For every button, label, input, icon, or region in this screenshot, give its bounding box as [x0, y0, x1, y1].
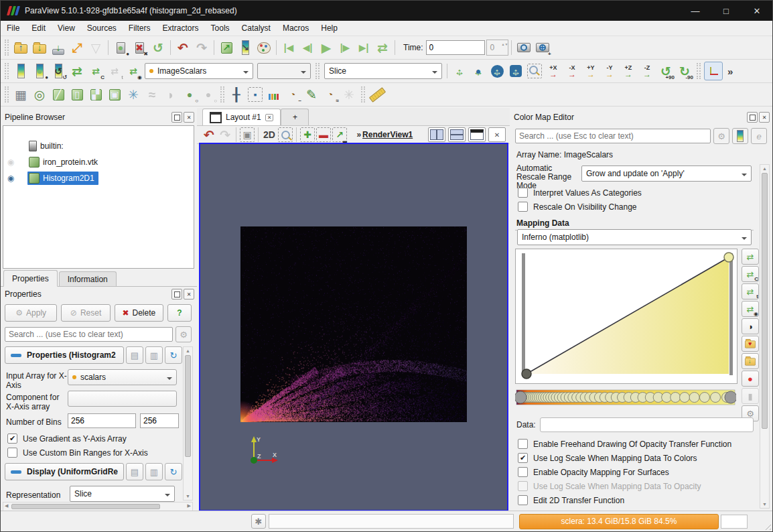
input-array-select[interactable]: scalars: [68, 369, 177, 385]
histogram-filter-button[interactable]: [265, 86, 283, 103]
colormap-vertical-scrollbar[interactable]: ▲ ▼: [760, 164, 770, 509]
properties-close-button[interactable]: ✕: [184, 289, 194, 300]
delete-button[interactable]: ✖Delete: [115, 304, 163, 322]
view-minus-z-button[interactable]: -Z→: [638, 62, 656, 80]
data-value-input[interactable]: [540, 417, 754, 432]
connect-server-button[interactable]: ●●: [112, 39, 129, 56]
bins-x-input[interactable]: [68, 413, 136, 428]
funnel-filter-icon-button[interactable]: ▽: [87, 39, 104, 56]
edit-color-map-button[interactable]: ●●: [31, 62, 48, 80]
menu-view[interactable]: View: [52, 21, 81, 35]
disconnect-server-button[interactable]: ✖✖: [131, 39, 148, 56]
import-preset-button[interactable]: ↓: [742, 353, 759, 369]
loop-button[interactable]: ⇄: [374, 39, 391, 56]
link-camera-button[interactable]: ↗: [218, 39, 235, 56]
warp-filter-button[interactable]: ◗: [162, 86, 180, 103]
rescale-to-temporal-range-button[interactable]: ⇄t: [106, 62, 123, 80]
tf-rescale-to-temporal-range-button[interactable]: ⇄t: [742, 283, 759, 300]
add-layout-tab-button[interactable]: +: [281, 109, 309, 125]
cmap-check-top-checkbox-0[interactable]: [518, 188, 528, 198]
eye-closed-icon[interactable]: ◉: [3, 157, 18, 167]
tf-rescale-to-custom-range-button[interactable]: ⇄C: [742, 266, 759, 282]
cmap-check-bottom-checkbox-2[interactable]: [518, 467, 528, 477]
properties-vertical-scrollbar[interactable]: ▲ ▼: [183, 346, 193, 501]
reset-session-button[interactable]: ↺: [149, 39, 167, 56]
slice-filter-button[interactable]: ▯: [68, 86, 86, 103]
cmap-check-bottom-checkbox-1[interactable]: ✔: [518, 453, 528, 463]
view-minus-y-button[interactable]: -Y→: [601, 62, 618, 80]
renderview-title[interactable]: RenderView1: [362, 130, 413, 139]
view-minus-x-button[interactable]: -X→: [563, 62, 581, 80]
properties-section-toggle[interactable]: Properties (Histogram2: [5, 346, 124, 364]
properties-search-input[interactable]: [5, 327, 173, 342]
temporal-interpolator-button[interactable]: ✳: [340, 86, 358, 103]
save-to-preset-button[interactable]: ▮: [742, 388, 759, 404]
add-camera-link-button[interactable]: ++: [534, 39, 551, 56]
reset-display-defaults-button[interactable]: ↻: [165, 463, 182, 480]
layout-tab-close-icon[interactable]: ✕: [265, 114, 274, 121]
zoom-to-data-button[interactable]: ↔↕●: [470, 62, 487, 80]
component-array-select[interactable]: [68, 391, 177, 407]
choose-preset-button[interactable]: ♥: [742, 336, 759, 352]
bins-y-input[interactable]: [140, 413, 179, 428]
copy-properties-button[interactable]: ▤: [126, 346, 143, 364]
colormap-float-button[interactable]: [747, 112, 758, 123]
play-button[interactable]: ▶: [318, 39, 335, 56]
representation-select[interactable]: Slice: [324, 63, 442, 79]
color-array-select[interactable]: ImageScalars: [145, 63, 253, 79]
props-check-checkbox-0[interactable]: ✔: [7, 434, 17, 444]
next-frame-button[interactable]: |▶: [336, 39, 354, 56]
split-vertical-button[interactable]: [448, 127, 466, 142]
show-colormap-list-button[interactable]: [732, 128, 748, 144]
cmap-check-bottom-checkbox-4[interactable]: [518, 495, 528, 505]
toggle-2d-interaction-button[interactable]: 2D: [262, 127, 277, 142]
view-plus-z-button[interactable]: +Z→: [620, 62, 637, 80]
component-select[interactable]: [257, 63, 311, 79]
calculator-filter-button[interactable]: ▦: [12, 86, 29, 103]
clip-filter-button[interactable]: ╱: [50, 86, 67, 103]
menu-help[interactable]: Help: [315, 21, 344, 35]
reset-camera-button[interactable]: ↔↕: [451, 62, 468, 80]
pipeline-item-iron-protein-vtk[interactable]: ◉iron_protein.vtk: [3, 154, 194, 170]
stream-tracer-filter-button[interactable]: ≈: [143, 86, 161, 103]
rescale-to-data-range-button[interactable]: ⇄: [68, 62, 86, 80]
tf-rescale-to-visible-range-button[interactable]: ⇄◉: [742, 301, 759, 317]
scroll-down-icon[interactable]: ▼: [760, 502, 769, 507]
tab-information[interactable]: Information: [59, 271, 117, 286]
render-on-change-toggle[interactable]: ●: [742, 371, 759, 387]
rotate-90-cw-button[interactable]: ↻-90: [676, 62, 693, 80]
layout-tab[interactable]: Layout #1 ✕: [202, 109, 281, 125]
time-frame-spinner[interactable]: 0: [486, 40, 508, 56]
display-section-toggle[interactable]: Display (UniformGridRe: [5, 463, 124, 480]
menu-tools[interactable]: Tools: [205, 21, 236, 35]
menu-sources[interactable]: Sources: [81, 21, 123, 35]
scroll-left-icon[interactable]: ◀: [5, 503, 8, 509]
tf-rescale-to-data-range-button[interactable]: ⇄: [742, 249, 759, 265]
camera-redo-button[interactable]: ↷: [218, 127, 232, 142]
view-plus-x-button[interactable]: +X→: [545, 62, 562, 80]
menu-macros[interactable]: Macros: [277, 21, 315, 35]
props-check-checkbox-1[interactable]: [7, 448, 17, 458]
menu-filters[interactable]: Filters: [123, 21, 157, 35]
ungroup-filter-button[interactable]: ●○: [200, 86, 217, 103]
close-button[interactable]: ✕: [742, 1, 772, 21]
maximize-view-button[interactable]: [468, 127, 486, 142]
minimize-button[interactable]: —: [680, 1, 711, 21]
opacity-transfer-editor[interactable]: [515, 249, 737, 384]
color-palette-button[interactable]: [255, 39, 273, 56]
tab-properties[interactable]: Properties: [3, 270, 58, 287]
rotate-90-ccw-button[interactable]: ↺+90: [657, 62, 675, 80]
save-data-button[interactable]: ↓: [31, 39, 48, 56]
paste-properties-button[interactable]: ▥: [145, 346, 163, 364]
previous-frame-button[interactable]: ◀|: [299, 39, 316, 56]
resize-grip[interactable]: [763, 522, 771, 530]
extract-selection-button[interactable]: ▪: [247, 86, 264, 103]
time-input[interactable]: [426, 40, 485, 55]
redo-button[interactable]: ↷: [193, 39, 210, 56]
color-scale-bar[interactable]: [515, 387, 736, 408]
plot-data-button[interactable]: ✎: [303, 86, 320, 103]
pipeline-float-button[interactable]: [171, 112, 182, 123]
edit-in-view-button[interactable]: e: [751, 128, 767, 144]
interactive-zoom-button[interactable]: [278, 127, 293, 142]
zoom-to-box-button[interactable]: [526, 62, 543, 80]
